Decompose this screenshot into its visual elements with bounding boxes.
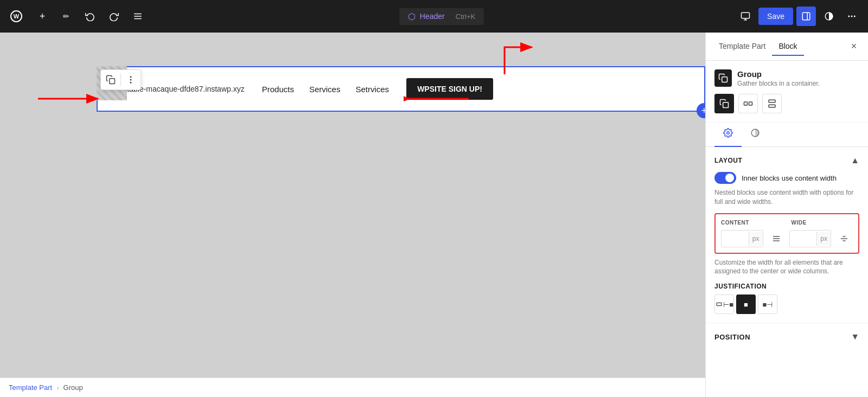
add-inner-block-button[interactable]: + — [697, 103, 705, 118]
block-more-button[interactable] — [121, 70, 141, 89]
width-inputs-container: CONTENT WIDE px — [714, 213, 859, 254]
svg-rect-15 — [110, 79, 115, 84]
svg-rect-22 — [744, 102, 748, 105]
layout-collapse-button[interactable]: ▲ — [851, 156, 859, 165]
svg-point-17 — [130, 79, 132, 81]
width-labels: CONTENT WIDE — [721, 220, 853, 226]
variation-group[interactable] — [714, 94, 734, 113]
svg-point-26 — [727, 132, 730, 135]
header-selector[interactable]: ⬡ Header Ctrl+K — [399, 8, 484, 25]
content-width-toggle-row: Inner blocks use content width — [714, 172, 859, 184]
header-title: Header — [420, 12, 445, 21]
breadcrumb-template-part[interactable]: Template Part — [9, 383, 52, 392]
layout-section-title: Layout — [714, 157, 742, 164]
content-width-unit[interactable]: px — [749, 232, 763, 246]
tab-block[interactable]: Block — [772, 37, 803, 56]
wide-width-label-text: WIDE — [792, 220, 832, 226]
nav-item-products[interactable]: Products — [262, 85, 294, 94]
header-block-icon: ⬡ — [408, 11, 416, 22]
content-width-field: px — [721, 230, 763, 247]
settings-tabs — [706, 123, 868, 147]
block-type-header: Group Gather blocks in a container. — [714, 69, 859, 87]
undo-button[interactable] — [80, 7, 100, 26]
annotation-arrow-right — [404, 92, 469, 105]
style-toggle-button[interactable] — [819, 7, 839, 26]
svg-rect-5 — [742, 12, 750, 18]
nav-item-setrvices[interactable]: Setrvices — [355, 85, 389, 94]
content-width-description: Nested blocks use content width with opt… — [714, 188, 859, 207]
svg-point-11 — [848, 16, 850, 17]
block-description: Gather blocks in a container. — [737, 80, 820, 87]
tab-template-part[interactable]: Template Part — [712, 37, 772, 56]
position-section[interactable]: Position ▼ — [706, 323, 868, 350]
svg-rect-20 — [722, 77, 727, 82]
svg-point-16 — [130, 76, 132, 78]
variation-row[interactable] — [738, 94, 758, 113]
sidebar-toggle-button[interactable] — [796, 7, 816, 26]
svg-point-18 — [130, 82, 132, 84]
list-view-button[interactable] — [128, 7, 148, 26]
width-fields: px px — [721, 230, 853, 247]
wide-width-field: px — [789, 230, 832, 247]
position-section-title: Position — [714, 333, 750, 341]
settings-tab-style[interactable] — [742, 123, 769, 147]
breadcrumb-bar: Template Part › Group — [0, 377, 705, 397]
device-preview-button[interactable] — [736, 7, 755, 26]
content-width-icon-btn[interactable] — [768, 230, 785, 247]
layout-section-header: Layout ▲ — [714, 156, 859, 165]
toolbar-center: ⬡ Header Ctrl+K — [152, 8, 731, 25]
nav-menu: Products Services Setrvices — [262, 85, 389, 94]
justification-buttons: ⊢■ ■ ■⊣ — [714, 294, 859, 314]
toolbar-right: Save — [736, 7, 861, 26]
justification-label: JUSTIFICATION — [714, 283, 859, 290]
block-type-info: Group Gather blocks in a container. — [737, 69, 820, 87]
panel-tabs: Template Part Block × — [706, 33, 868, 61]
canvas-area: charitable-macaque-dfde87.instawp.xyz Pr… — [0, 33, 705, 397]
block-variations — [714, 94, 859, 113]
annotation-arrow-corner — [494, 39, 537, 79]
save-button[interactable]: Save — [758, 8, 793, 25]
content-width-toggle[interactable] — [714, 172, 736, 184]
svg-rect-23 — [749, 102, 752, 105]
nav-item-services[interactable]: Services — [309, 85, 341, 94]
svg-rect-8 — [802, 12, 810, 20]
right-panel: Template Part Block × Group Gather block… — [705, 33, 868, 397]
settings-tab-gear[interactable] — [714, 123, 742, 147]
block-type-icon — [714, 69, 732, 87]
panel-close-button[interactable]: × — [846, 39, 861, 54]
customize-description: Customize the width for all elements tha… — [714, 258, 859, 277]
annotation-arrow-left — [38, 92, 103, 105]
justify-center-button[interactable]: ■ — [736, 294, 756, 314]
position-expand-button[interactable]: ▼ — [851, 332, 859, 342]
wide-width-unit[interactable]: px — [816, 232, 831, 246]
breadcrumb-separator: › — [56, 383, 59, 392]
add-block-toolbar-button[interactable]: + — [33, 7, 52, 26]
edit-mode-button[interactable]: ✏ — [56, 7, 76, 26]
justify-right-button[interactable]: ■⊣ — [758, 294, 777, 314]
block-name: Group — [737, 69, 820, 79]
wide-width-icon-btn[interactable] — [835, 230, 853, 247]
variation-stack[interactable] — [762, 94, 782, 113]
justify-left-button[interactable]: ⊢■ — [714, 294, 734, 314]
content-width-label: Inner blocks use content width — [742, 174, 837, 182]
redo-button[interactable] — [104, 7, 124, 26]
svg-rect-35 — [717, 303, 722, 306]
header-block[interactable]: charitable-macaque-dfde87.instawp.xyz Pr… — [97, 66, 705, 112]
main-layout: charitable-macaque-dfde87.instawp.xyz Pr… — [0, 33, 868, 397]
svg-point-12 — [851, 16, 853, 17]
svg-rect-21 — [723, 103, 729, 108]
wp-logo-icon[interactable]: W — [7, 7, 26, 26]
wide-width-input[interactable] — [790, 231, 817, 246]
svg-rect-24 — [769, 100, 775, 103]
breadcrumb-group: Group — [63, 383, 83, 392]
keyboard-shortcut: Ctrl+K — [456, 12, 475, 21]
block-duplicate-button[interactable] — [101, 70, 120, 89]
svg-rect-25 — [769, 105, 775, 107]
content-width-input[interactable] — [722, 231, 749, 246]
more-options-button[interactable] — [842, 7, 861, 26]
svg-text:W: W — [14, 13, 20, 20]
svg-point-13 — [854, 16, 856, 17]
layout-section: Layout ▲ Inner blocks use content width … — [706, 147, 868, 323]
content-width-label-text: CONTENT — [721, 220, 761, 226]
main-toolbar: W + ✏ ⬡ Header Ctrl+K — [0, 0, 868, 33]
